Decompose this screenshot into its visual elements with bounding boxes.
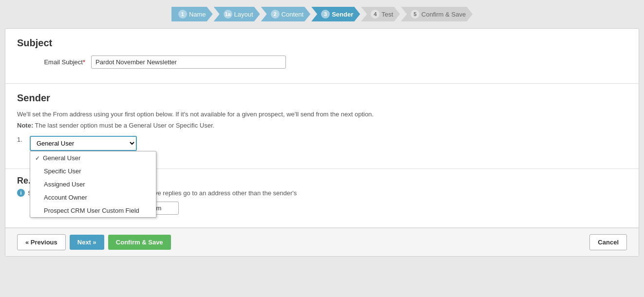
subject-title: Subject: [17, 37, 627, 49]
item-number: 1.: [17, 136, 27, 143]
step-num-name: 1: [178, 10, 187, 19]
wizard-step-layout[interactable]: 1a Layout: [214, 7, 260, 21]
sender-option-row: 1. General User Specific User Assigned U…: [17, 136, 627, 157]
step-num-content: 2: [271, 10, 280, 19]
sender-section: Sender We'll set the From address using …: [5, 84, 639, 169]
step-num-layout: 1a: [224, 10, 232, 19]
main-container: Subject Email Subject* Sender We'll set …: [5, 28, 639, 257]
step-label-content: Content: [282, 11, 304, 18]
confirm-save-button[interactable]: Confirm & Save: [108, 235, 171, 250]
step-label-confirm: Confirm & Save: [421, 11, 466, 18]
wizard-step-confirm[interactable]: 5 Confirm & Save: [401, 7, 473, 21]
info-icon: i: [17, 189, 25, 197]
step-num-sender: 3: [321, 10, 330, 19]
dropdown-item-assigned-user[interactable]: Assigned User: [30, 178, 156, 191]
dropdown-item-general-user[interactable]: General User: [30, 151, 156, 165]
email-subject-row: Email Subject*: [17, 56, 627, 69]
sender-dropdown-container: General User Specific User Assigned User…: [30, 136, 137, 151]
cancel-button[interactable]: Cancel: [589, 234, 627, 250]
step-num-test: 4: [371, 10, 379, 19]
sender-description: We'll set the From address using your fi…: [17, 111, 627, 118]
sender-title: Sender: [17, 93, 627, 104]
email-subject-label: Email Subject*: [17, 58, 85, 66]
dropdown-item-crm-user[interactable]: Prospect CRM User Custom Field: [30, 204, 156, 217]
step-num-confirm: 5: [411, 10, 419, 19]
wizard-navigation: 1 Name 1a Layout 2 Content 3 Sender 4 Te…: [0, 0, 644, 28]
step-label-test: Test: [381, 11, 393, 18]
wizard-step-content[interactable]: 2 Content: [261, 7, 311, 21]
step-label-name: Name: [189, 11, 206, 18]
required-indicator: *: [83, 58, 85, 66]
sender-type-select[interactable]: General User Specific User Assigned User…: [30, 136, 137, 151]
note-bold: Note:: [17, 122, 33, 129]
wizard-step-name[interactable]: 1 Name: [171, 7, 213, 21]
next-button[interactable]: Next »: [70, 235, 104, 250]
email-subject-input[interactable]: [91, 56, 286, 69]
note-text: The last sender option must be a General…: [35, 122, 215, 129]
dropdown-item-specific-user[interactable]: Specific User: [30, 165, 156, 178]
subject-section: Subject Email Subject*: [5, 29, 639, 84]
step-label-sender: Sender: [332, 11, 353, 18]
footer: « Previous Next » Confirm & Save Cancel: [5, 228, 639, 256]
sender-dropdown-menu: General User Specific User Assigned User…: [30, 151, 156, 218]
wizard-step-sender[interactable]: 3 Sender: [311, 7, 360, 21]
previous-button[interactable]: « Previous: [17, 234, 66, 250]
wizard-step-test[interactable]: 4 Test: [361, 7, 400, 21]
step-label-layout: Layout: [234, 11, 253, 18]
sender-note: Note: The last sender option must be a G…: [17, 122, 627, 129]
dropdown-item-account-owner[interactable]: Account Owner: [30, 191, 156, 204]
